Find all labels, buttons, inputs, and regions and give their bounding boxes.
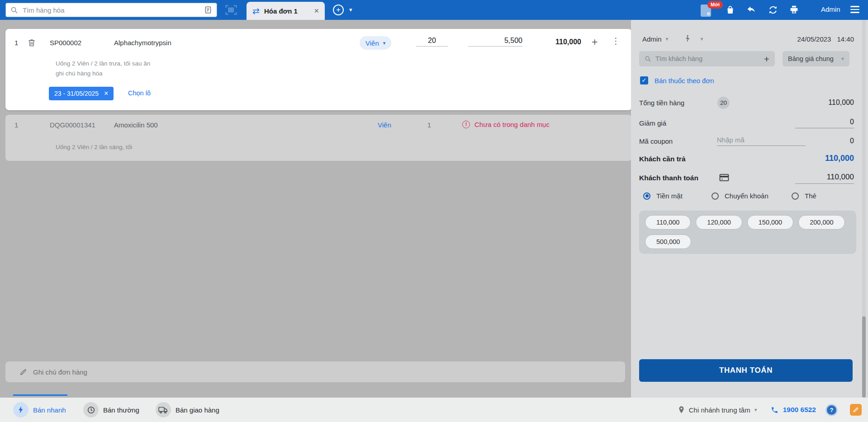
unit-value: Viên bbox=[365, 39, 379, 47]
chevron-down-icon: ▾ bbox=[383, 40, 386, 46]
sale-time: 14:40 bbox=[837, 35, 854, 43]
undo-icon[interactable] bbox=[746, 5, 756, 14]
print-icon[interactable] bbox=[789, 5, 799, 14]
quick-cash-chip[interactable]: 150,000 bbox=[747, 215, 793, 230]
subtotal-label: Tổng tiền hàng bbox=[639, 99, 684, 107]
active-mode-indicator bbox=[13, 394, 67, 396]
order-note-input[interactable]: Ghi chú đơn hàng bbox=[5, 361, 625, 382]
warning-icon: ! bbox=[462, 121, 470, 128]
row-index: 1 bbox=[14, 121, 18, 129]
unit-dropdown[interactable]: Viên ▾ bbox=[360, 36, 391, 50]
pay-button[interactable]: THANH TOÁN bbox=[639, 359, 853, 382]
quick-cash-chip[interactable]: 120,000 bbox=[696, 215, 742, 230]
sync-icon[interactable] bbox=[768, 5, 778, 15]
mode-quick-sale[interactable]: Bán nhanh bbox=[13, 398, 66, 422]
topbar: Tìm hàng hóa ⇄ Hóa đơn 1 × + ▾ e Mới bbox=[0, 0, 868, 20]
admin-menu[interactable]: Admin bbox=[821, 5, 840, 13]
seller-dropdown[interactable]: Admin bbox=[642, 35, 662, 43]
coupon-label: Mã coupon bbox=[639, 137, 673, 145]
batch-chip[interactable]: 23 - 31/05/2025 × bbox=[49, 87, 114, 100]
subtotal-value: 110,000 bbox=[828, 98, 854, 107]
hamburger-menu-icon[interactable] bbox=[850, 6, 859, 15]
truck-icon bbox=[156, 402, 171, 417]
usage-note: Uống 2 Viên / 2 lần sáng, tối bbox=[56, 144, 132, 150]
due-value: 110,000 bbox=[825, 154, 854, 163]
walk-in-customer-icon[interactable] bbox=[684, 35, 691, 43]
barcode-scan-icon[interactable] bbox=[225, 5, 237, 15]
prescription-label: Bán thuốc theo đơn bbox=[655, 77, 714, 84]
search-icon bbox=[10, 6, 18, 14]
method-label: Chuyển khoản bbox=[725, 192, 768, 200]
branch-dropdown[interactable]: Chi nhánh trung tâm ▾ bbox=[678, 406, 757, 414]
phone-icon bbox=[771, 406, 778, 414]
product-list-icon[interactable] bbox=[204, 6, 212, 14]
coupon-value: 0 bbox=[850, 137, 854, 145]
sale-date: 24/05/2023 bbox=[797, 35, 831, 43]
product-code: SP000002 bbox=[50, 39, 81, 47]
pencil-icon bbox=[19, 368, 27, 376]
new-tab-caret-icon[interactable]: ▾ bbox=[349, 6, 352, 13]
mode-label: Bán nhanh bbox=[33, 406, 66, 414]
branch-name: Chi nhánh trung tâm bbox=[689, 406, 750, 414]
paid-label: Khách thanh toán bbox=[639, 174, 698, 182]
prescription-checkbox[interactable]: ✓ Bán thuốc theo đơn bbox=[640, 76, 714, 84]
warning-text: Chưa có trong danh mục bbox=[474, 121, 550, 128]
tab-invoice[interactable]: ⇄ Hóa đơn 1 × bbox=[247, 2, 325, 20]
search-icon bbox=[645, 56, 651, 62]
mode-normal-sale[interactable]: Bán thường bbox=[83, 398, 139, 422]
product-search-input[interactable]: Tìm hàng hóa bbox=[5, 3, 217, 17]
quick-cash-chip[interactable]: 500,000 bbox=[645, 234, 691, 249]
choose-batch-link[interactable]: Chọn lô bbox=[128, 89, 151, 97]
method-card[interactable]: Thẻ bbox=[792, 192, 816, 200]
chevron-down-icon: ▾ bbox=[666, 36, 669, 42]
row-more-icon[interactable]: ⋮ bbox=[612, 37, 620, 46]
coupon-input[interactable]: Nhập mã bbox=[717, 136, 806, 146]
bottombar-right: Chi nhánh trung tâm ▾ 1900 6522 ? bbox=[678, 398, 862, 422]
panel-scrollbar[interactable] bbox=[862, 20, 866, 398]
price-list-dropdown[interactable]: Bảng giá chung ▾ bbox=[783, 51, 849, 66]
feedback-chat-icon[interactable] bbox=[850, 404, 862, 416]
quick-cash-chip[interactable]: 200,000 bbox=[798, 215, 844, 230]
price-list-value: Bảng giá chung bbox=[788, 55, 834, 62]
payment-methods: Tiền mặt Chuyển khoản Thẻ bbox=[639, 192, 857, 203]
tab-close-icon[interactable]: × bbox=[314, 7, 319, 15]
help-icon[interactable]: ? bbox=[825, 404, 838, 416]
new-tab-button[interactable]: + bbox=[333, 5, 344, 15]
chevron-down-icon[interactable]: ▾ bbox=[701, 36, 703, 42]
quick-cash-panel: 110,000 120,000 150,000 200,000 500,000 bbox=[639, 211, 856, 254]
add-customer-icon[interactable]: + bbox=[764, 54, 769, 64]
lightning-icon bbox=[13, 402, 28, 417]
customer-search-input[interactable]: Tìm khách hàng + bbox=[639, 51, 775, 66]
order-note-placeholder: Ghi chú đơn hàng bbox=[33, 368, 87, 376]
mode-label: Bán giao hàng bbox=[175, 406, 219, 414]
usage-note: Uống 2 Viên / 2 lần trưa, tối sau ăn bbox=[56, 60, 150, 67]
product-name: Amoxicilin 500 bbox=[114, 121, 158, 129]
panel-header: Admin ▾ ▾ 24/05/2023 14:40 bbox=[642, 33, 854, 44]
swap-tab-icon[interactable]: ⇄ bbox=[252, 7, 260, 15]
chevron-down-icon: ▾ bbox=[754, 407, 757, 413]
batch-remove-icon[interactable]: × bbox=[104, 90, 108, 97]
unit-value: Viên bbox=[378, 121, 391, 129]
checkbox-checked-icon: ✓ bbox=[640, 76, 648, 84]
paid-input[interactable]: 110,000 bbox=[795, 173, 854, 184]
product-code: DQG00001341 bbox=[50, 121, 95, 129]
method-cash[interactable]: Tiền mặt bbox=[643, 192, 683, 200]
pos-screen: Tìm hàng hóa ⇄ Hóa đơn 1 × + ▾ e Mới bbox=[0, 0, 868, 422]
hotline[interactable]: 1900 6522 bbox=[771, 406, 816, 414]
chevron-down-icon: ▾ bbox=[841, 56, 844, 62]
quantity-input[interactable]: 20 bbox=[416, 37, 448, 47]
add-line-icon[interactable]: + bbox=[592, 37, 598, 47]
payment-card-icon[interactable] bbox=[719, 173, 729, 182]
delete-row-icon[interactable] bbox=[27, 38, 36, 47]
bag-icon[interactable] bbox=[726, 5, 735, 15]
mode-delivery-sale[interactable]: Bán giao hàng bbox=[156, 398, 219, 422]
mode-label: Bán thường bbox=[103, 406, 139, 414]
method-transfer[interactable]: Chuyển khoản bbox=[711, 192, 768, 200]
coupon-row: Mã coupon Nhập mã 0 bbox=[639, 136, 854, 148]
discount-input[interactable]: 0 bbox=[795, 118, 854, 128]
price-input[interactable]: 5,500 bbox=[468, 37, 522, 47]
scrollbar-thumb[interactable] bbox=[862, 316, 866, 398]
quick-cash-chip[interactable]: 110,000 bbox=[645, 215, 691, 230]
checkout-panel: Admin ▾ ▾ 24/05/2023 14:40 Tìm khách hàn… bbox=[631, 20, 868, 398]
subtotal-row: Tổng tiền hàng 20 110,000 bbox=[639, 98, 854, 109]
